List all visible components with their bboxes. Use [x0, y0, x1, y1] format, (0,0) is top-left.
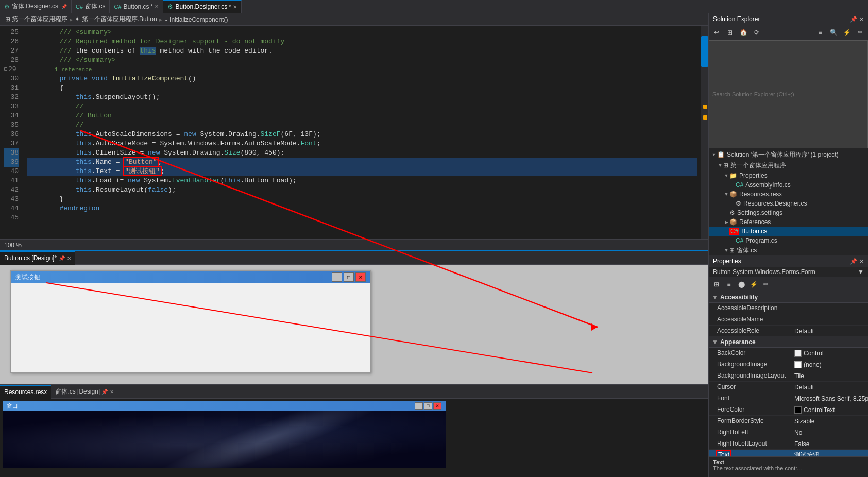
pin-icon[interactable]: 📌 [850, 16, 857, 23]
form-window: 测试按钮 _ □ ✕ [10, 270, 371, 373]
prop-section-appearance: ▼ Appearance [709, 337, 868, 348]
toolbar-btn-3[interactable]: 🏠 [738, 27, 749, 38]
preview-close[interactable]: ✕ [433, 402, 441, 410]
code-content[interactable]: 25 26 27 28 ⊟29 30 31 32 33 34 35 [0, 26, 708, 239]
form-close-btn[interactable]: ✕ [355, 272, 366, 282]
tree-icon-formcs: ⊞ [729, 247, 735, 254]
prop-row-cursor[interactable]: Cursor Default [709, 382, 868, 393]
tree-icon-settings: ⚙ [729, 209, 735, 216]
prop-row-backgroundimage: BackgroundImage (none) [709, 359, 868, 370]
prop-pin-icon[interactable]: 📌 [850, 258, 857, 265]
editor-area: ⊞ 第一个窗体应用程序 ▸ ✦ 第一个窗体应用程序.Button ▸ ⬩ Ini… [0, 13, 708, 477]
tree-icon-assemblyinfo: C# [736, 181, 743, 189]
code-text[interactable]: /// <summary> /// Required method for De… [23, 26, 701, 239]
toolbar-btn-1[interactable]: ↩ [711, 27, 722, 38]
breadcrumb-mid[interactable]: ✦ 第一个窗体应用程序.Button [75, 15, 157, 24]
prop-footer-title: Text [713, 459, 864, 465]
solution-search-input[interactable] [709, 40, 868, 148]
solution-explorer-header: Solution Explorer 📌 ✕ [709, 13, 868, 25]
preview-minimize[interactable]: _ [415, 402, 423, 410]
properties-table: ▼ Accessibility AccessibleDescription Ac… [709, 292, 868, 456]
toolbar-btn-6[interactable]: 🔍 [828, 27, 839, 38]
tree-item-solution[interactable]: ▼ 📋 Solution '第一个窗体应用程序' (1 project) [709, 149, 868, 160]
tree-icon-resources: 📦 [729, 191, 737, 198]
breadcrumb-right[interactable]: ⬩ InitializeComponent() [164, 16, 228, 23]
tree-item-properties[interactable]: ▼ 📁 Properties [709, 171, 868, 180]
tab-icon-2: C# [76, 4, 83, 10]
bottom-tab-form-label: 窗体.cs [Design] [55, 387, 100, 396]
bottom-tab-resources[interactable]: Resources.resx [0, 385, 51, 399]
prop-toolbar-5[interactable]: ✏ [760, 279, 772, 290]
tree-icon-resdesigner: ⚙ [736, 200, 741, 207]
preview-maximize[interactable]: □ [424, 402, 432, 410]
prop-row-font[interactable]: Font Microsoft Sans Serif, 8.25p [709, 393, 868, 404]
backcolor-swatch [794, 350, 802, 357]
tree-item-programcs[interactable]: C# Program.cs [709, 236, 868, 245]
prop-toolbar-3[interactable]: ⬤ [736, 279, 747, 290]
bottom-tab-form-design[interactable]: 窗体.cs [Design] 📌 ✕ [51, 385, 118, 399]
tree-item-project[interactable]: ▼ ⊞ 第一个窗体应用程序 [709, 160, 868, 171]
properties-panel: Properties 📌 ✕ Button System.Windows.For… [709, 255, 868, 477]
tree-item-resources[interactable]: ▼ 📦 Resources.resx [709, 190, 868, 199]
design-tab-close[interactable]: ✕ [67, 255, 71, 261]
bottom-tab-close[interactable]: ✕ [110, 389, 114, 395]
tab-close-button-cs[interactable]: ✕ [155, 4, 159, 9]
code-scrollbar[interactable] [701, 26, 708, 239]
prop-toolbar-2[interactable]: ≡ [723, 279, 735, 290]
tab-designer-cs[interactable]: ⚙ 窗体.Designer.cs 📌 [0, 0, 72, 13]
bottom-tab-resources-label: Resources.resx [4, 388, 47, 396]
tab-icon-3: C# [114, 4, 121, 10]
prop-toolbar-4[interactable]: ⚡ [748, 279, 759, 290]
tab-button-designer[interactable]: ⚙ Button.Designer.cs * ✕ [163, 0, 242, 13]
prop-row-forecolor: ForeColor ControlText [709, 404, 868, 416]
prop-row-text[interactable]: Text 测试按钮 [709, 450, 868, 456]
tree-icon-project: ⊞ [723, 162, 728, 169]
tree-item-resources-designer[interactable]: ⚙ Resources.Designer.cs [709, 199, 868, 208]
toolbar-btn-5[interactable]: ≡ [814, 27, 826, 38]
bottom-panel: Resources.resx 窗体.cs [Design] 📌 ✕ 窗口 _ [0, 384, 708, 477]
tree-icon-solution: 📋 [717, 151, 725, 158]
prop-object-dropdown[interactable]: ▼ [858, 268, 864, 276]
solution-explorer-title: Solution Explorer [713, 15, 760, 23]
tree-icon-programcs: C# [736, 237, 743, 244]
bottom-tab-bar: Resources.resx 窗体.cs [Design] 📌 ✕ [0, 385, 708, 399]
form-minimize-btn[interactable]: _ [332, 272, 342, 282]
prop-toolbar-1[interactable]: ⊞ [711, 279, 722, 290]
tab-form-cs[interactable]: C# 窗体.cs [72, 0, 110, 13]
line-numbers: 25 26 27 28 ⊟29 30 31 32 33 34 35 [0, 26, 23, 239]
tab-button-cs[interactable]: C# Button.cs * ✕ [110, 0, 163, 13]
tree-item-assemblyinfo[interactable]: C# AssemblyInfo.cs [709, 180, 868, 190]
tree-item-formcs[interactable]: ▼ ⊞ 窗体.cs [709, 245, 868, 255]
prop-close-icon[interactable]: ✕ [859, 258, 864, 265]
close-icon[interactable]: ✕ [859, 16, 864, 23]
zoom-level[interactable]: 100 % [4, 242, 22, 249]
forecolor-swatch [794, 406, 802, 414]
form-titlebar: 测试按钮 _ □ ✕ [11, 271, 370, 283]
code-editor: 25 26 27 28 ⊟29 30 31 32 33 34 35 [0, 26, 708, 250]
toolbar-btn-2[interactable]: ⊞ [724, 27, 736, 38]
prop-row-accessible-name: AccessibleName [709, 314, 868, 326]
design-tab-label: Button.cs [Design]* [4, 254, 57, 262]
properties-header: Properties 📌 ✕ [709, 255, 868, 267]
prop-row-righttoleftlayout: RightToLeftLayout False [709, 438, 868, 450]
breadcrumb: ⊞ 第一个窗体应用程序 ▸ ✦ 第一个窗体应用程序.Button ▸ ⬩ Ini… [0, 13, 708, 26]
design-canvas[interactable]: 测试按钮 _ □ ✕ [0, 265, 708, 384]
tab-close-button-designer[interactable]: ✕ [233, 4, 237, 10]
breadcrumb-left[interactable]: ⊞ 第一个窗体应用程序 [5, 15, 67, 24]
bottom-content: 窗口 _ □ ✕ [0, 399, 708, 477]
right-panel: Solution Explorer 📌 ✕ ↩ ⊞ 🏠 ⟳ ≡ 🔍 ⚡ ✏ [708, 13, 868, 477]
zoom-bar: 100 % [0, 239, 708, 250]
design-tab[interactable]: Button.cs [Design]* 📌 ✕ [0, 251, 75, 265]
tree-item-settings[interactable]: ⚙ Settings.settings [709, 208, 868, 217]
preview-title: 窗口 [7, 402, 18, 410]
tree-item-references[interactable]: ▶ 📦 References [709, 217, 868, 227]
toolbar-btn-8[interactable]: ✏ [855, 27, 866, 38]
bgimage-swatch [794, 361, 802, 368]
form-maximize-btn[interactable]: □ [344, 272, 354, 282]
tree-item-buttoncs[interactable]: C# Button.cs [709, 227, 868, 236]
toolbar-btn-7[interactable]: ⚡ [841, 27, 853, 38]
prop-row-accessible-role: AccessibleRole Default [709, 326, 868, 337]
tab-bar: ⚙ 窗体.Designer.cs 📌 C# 窗体.cs C# Button.cs… [0, 0, 868, 13]
toolbar-btn-4[interactable]: ⟳ [751, 27, 762, 38]
prop-row-bgimagelayout: BackgroundImageLayout Tile [709, 370, 868, 382]
